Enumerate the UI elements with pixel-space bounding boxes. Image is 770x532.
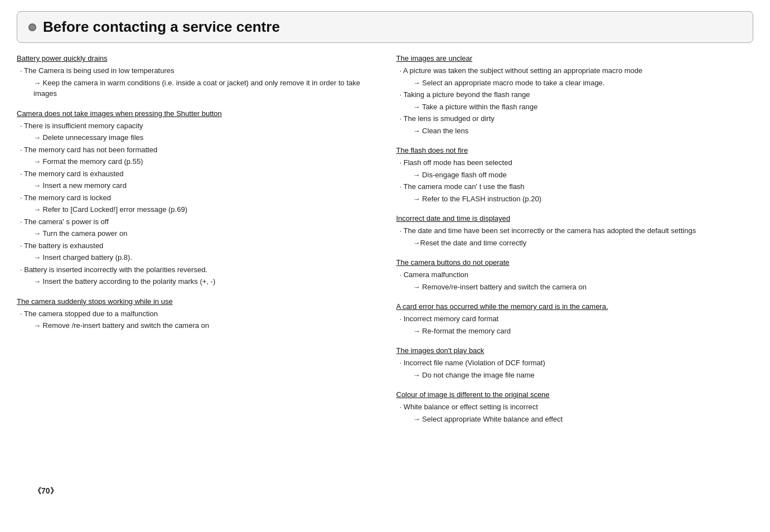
header-box: Before contacting a service centre <box>17 11 753 43</box>
arrow-item: → Do not change the image file name <box>413 370 754 381</box>
bullet-item: · Taking a picture beyond the flash rang… <box>400 89 754 100</box>
section-title-shutter: Camera does not take images when pressin… <box>17 109 374 118</box>
arrow-item: → Format the memory card (p.55) <box>33 156 374 167</box>
right-column: The images are unclear· A picture was ta… <box>396 54 754 434</box>
section-title-datetime: Incorrect date and time is displayed <box>396 214 754 223</box>
bullet-item: · The lens is smudged or dirty <box>400 113 754 124</box>
section-title-carderror: A card error has occurred while the memo… <box>396 302 754 311</box>
arrow-item: → Insert the battery according to the po… <box>33 276 374 287</box>
arrow-item: → Take a picture within the flash range <box>413 101 754 113</box>
arrow-item: → Remove/re-insert battery and switch th… <box>413 282 754 293</box>
arrow-item: →Reset the date and time correctly <box>413 238 754 249</box>
bullet-item: · The camera' s power is off <box>20 216 374 228</box>
section-title-playback: The images don't play back <box>396 346 754 355</box>
section-battery: Battery power quickly drains· The Camera… <box>17 54 374 99</box>
bullet-item: · The battery is exhausted <box>20 240 374 252</box>
arrow-item: → Insert charged battery (p.8). <box>33 252 374 263</box>
section-title-stops: The camera suddenly stops working while … <box>17 297 374 306</box>
section-colour: Colour of image is different to the orig… <box>396 390 754 424</box>
section-title-battery: Battery power quickly drains <box>17 54 374 62</box>
bullet-item: · The date and time have been set incorr… <box>400 225 754 236</box>
section-datetime: Incorrect date and time is displayed· Th… <box>396 214 754 248</box>
section-stops: The camera suddenly stops working while … <box>17 297 374 331</box>
section-flash: The flash does not fire· Flash off mode … <box>396 146 754 204</box>
arrow-item: → Select appropriate White balance and e… <box>413 414 754 425</box>
page-number: 《70》 <box>33 486 58 496</box>
bullet-item: · The memory card is locked <box>20 192 374 204</box>
bullet-item: · The camera stopped due to a malfunctio… <box>20 308 374 320</box>
arrow-item: → Clean the lens <box>413 125 754 137</box>
arrow-item: → Refer to [Card Locked!] error message … <box>33 204 374 215</box>
arrow-item: → Remove /re-insert battery and switch t… <box>33 320 374 331</box>
section-title-flash: The flash does not fire <box>396 146 754 154</box>
bullet-item: · Incorrect file name (Violation of DCF … <box>400 357 754 369</box>
page-title: Before contacting a service centre <box>43 18 280 36</box>
arrow-item: → Dis-engage flash off mode <box>413 170 754 181</box>
left-column: Battery power quickly drains· The Camera… <box>17 54 374 434</box>
content-area: Battery power quickly drains· The Camera… <box>17 54 753 434</box>
header-dot-icon <box>28 23 36 31</box>
section-shutter: Camera does not take images when pressin… <box>17 109 374 287</box>
bullet-item: · The camera mode can' t use the flash <box>400 181 754 192</box>
bullet-item: · Flash off mode has been selected <box>400 157 754 168</box>
section-title-buttons: The camera buttons do not operate <box>396 258 754 267</box>
bullet-item: · Battery is inserted incorrectly with t… <box>20 264 374 275</box>
arrow-item: → Turn the camera power on <box>33 228 374 239</box>
section-playback: The images don't play back· Incorrect fi… <box>396 346 754 380</box>
section-unclear: The images are unclear· A picture was ta… <box>396 54 754 136</box>
section-carderror: A card error has occurred while the memo… <box>396 302 754 336</box>
bullet-item: · A picture was taken the subject withou… <box>400 65 754 76</box>
arrow-item: → Delete unnecessary image files <box>33 132 374 143</box>
section-title-unclear: The images are unclear <box>396 54 754 62</box>
arrow-item: → Re-format the memory card <box>413 326 754 337</box>
arrow-item: → Select an appropriate macro mode to ta… <box>413 78 754 89</box>
bullet-item: · White balance or effect setting is inc… <box>400 402 754 413</box>
bullet-item: · The Camera is being used in low temper… <box>20 65 374 76</box>
arrow-item: → Refer to the FLASH instruction (p.20) <box>413 194 754 205</box>
section-buttons: The camera buttons do not operate· Camer… <box>396 258 754 292</box>
bullet-item: · Incorrect memory card format <box>400 313 754 325</box>
section-title-colour: Colour of image is different to the orig… <box>396 390 754 399</box>
bullet-item: · There is insufficient memory capacity <box>20 120 374 132</box>
bullet-item: · The memory card is exhausted <box>20 168 374 180</box>
bullet-item: · Camera malfunction <box>400 269 754 280</box>
arrow-item: → Insert a new memory card <box>33 180 374 191</box>
bullet-item: · The memory card has not been formatted <box>20 144 374 156</box>
arrow-item: → Keep the camera in warm conditions (i.… <box>33 78 374 99</box>
